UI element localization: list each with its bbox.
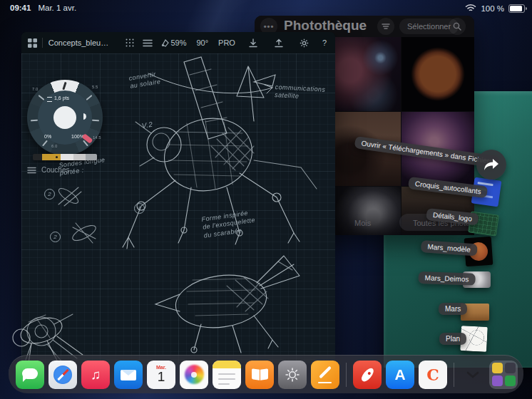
drag-item-label[interactable]: Plan (439, 333, 466, 345)
pro-badge[interactable]: PRO (218, 38, 235, 47)
calendar-day: 1 (147, 370, 175, 384)
share-arrow-button[interactable] (476, 150, 506, 180)
swatch-light-gray[interactable] (61, 154, 73, 160)
status-bar: 09:41 Mar. 1 avr. 100 % (0, 0, 532, 17)
layers-menu-icon[interactable] (142, 35, 153, 51)
gear-icon (284, 366, 301, 383)
layers-label: Couches (41, 166, 69, 174)
gallery-grid-icon[interactable] (27, 35, 38, 51)
annotation-badge-1: 1 (134, 203, 145, 214)
layers-panel-toggle[interactable]: Couches (27, 166, 69, 174)
swatch-dark-gray[interactable] (86, 154, 97, 160)
battery-percent: 100 % (481, 4, 504, 13)
tool-wheel[interactable]: 1,6 pts 0% 100% 7.0 5.5 14.5 6.0 (27, 80, 103, 155)
messages-app-icon[interactable] (16, 361, 44, 389)
tool-size-label: 7.0 (32, 87, 38, 91)
swatch-gold-selected[interactable] (42, 154, 61, 160)
zoom-level[interactable]: 59% (170, 38, 186, 47)
swatch-black[interactable] (33, 154, 42, 160)
dock-divider (346, 363, 347, 387)
dock: ♫ Mar. 1 A C (9, 355, 523, 393)
chevron-down-icon (466, 371, 479, 378)
annotation-badge-3: 2 (50, 232, 61, 242)
battery-icon (508, 4, 525, 13)
help-button[interactable]: ? (322, 38, 327, 47)
dock-collapse-button[interactable] (461, 371, 485, 378)
toolbar-divider (42, 38, 43, 48)
tool-size-label: 14.5 (93, 135, 101, 140)
opacity-min: 0% (44, 134, 51, 139)
color-swatch-bar[interactable] (33, 154, 97, 160)
export-icon[interactable] (271, 35, 287, 51)
stroke-width-icon (47, 97, 52, 102)
dock-divider (454, 363, 454, 387)
appstore-glyph: A (394, 366, 405, 383)
photos-app-icon[interactable] (180, 361, 208, 389)
rotation-value[interactable]: 90° (196, 38, 208, 47)
books-app-icon[interactable] (245, 361, 274, 389)
swatch-selected-dot (56, 156, 58, 158)
concepts-app-icon[interactable] (311, 361, 339, 389)
ipad-screen: 09:41 Mar. 1 avr. 100 % ••• Photothèque … (0, 0, 532, 399)
annotation-badge-2: 2 (44, 189, 55, 200)
tool-wheel-hub[interactable] (53, 106, 76, 129)
selection-lasso-icon[interactable] (160, 35, 170, 51)
annotation-version: V.2 (141, 120, 153, 131)
rocket-app-icon[interactable] (353, 361, 382, 389)
affinity-app-icon[interactable]: C (419, 361, 447, 389)
notes-app-icon[interactable] (213, 361, 241, 389)
tool-size-label: 6.0 (51, 144, 57, 148)
safari-app-icon[interactable] (48, 361, 77, 389)
opacity-icon (80, 113, 86, 120)
document-title[interactable]: Concepts_bleu… (48, 38, 108, 47)
share-arrow-icon (484, 158, 499, 171)
clock: 09:41 (10, 4, 31, 12)
concepts-toolbar: Concepts_bleu… 59% 90° PRO (21, 32, 335, 54)
calendar-app-icon[interactable]: Mar. 1 (147, 361, 175, 389)
music-app-icon[interactable]: ♫ (81, 361, 110, 389)
mail-app-icon[interactable] (114, 361, 143, 389)
drag-item-label[interactable]: Mars_Deimos (418, 271, 475, 286)
date: Mar. 1 avr. (38, 4, 76, 12)
annotation-satellite: communications satellite (275, 83, 326, 102)
affinity-glyph: C (426, 366, 439, 384)
settings-app-icon[interactable] (278, 361, 307, 389)
import-icon[interactable] (245, 35, 261, 51)
layers-icon (27, 167, 36, 174)
appstore-app-icon[interactable]: A (386, 361, 414, 389)
tool-size-label: 5.5 (92, 85, 98, 89)
drag-item-label[interactable]: Mars (439, 303, 467, 315)
wifi-icon (465, 4, 476, 14)
settings-gear-icon[interactable] (297, 35, 312, 51)
app-library-icon[interactable] (489, 361, 518, 389)
stroke-size-value: 1,6 pts (54, 95, 69, 100)
swatch-gray[interactable] (73, 154, 86, 160)
precision-grid-icon[interactable] (124, 35, 135, 51)
